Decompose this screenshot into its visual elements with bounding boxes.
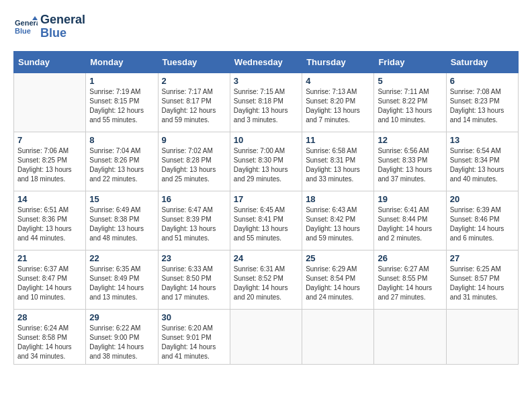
day-number: 19 — [378, 194, 442, 204]
calendar-cell: 21Sunrise: 6:37 AM Sunset: 8:47 PM Dayli… — [14, 250, 86, 309]
day-info: Sunrise: 7:11 AM Sunset: 8:22 PM Dayligh… — [378, 87, 442, 125]
day-info: Sunrise: 7:13 AM Sunset: 8:20 PM Dayligh… — [306, 87, 370, 125]
day-info: Sunrise: 6:35 AM Sunset: 8:49 PM Dayligh… — [89, 265, 154, 302]
week-row-1: 7Sunrise: 7:06 AM Sunset: 8:25 PM Daylig… — [14, 132, 519, 191]
weekday-header-sunday: Sunday — [14, 51, 86, 73]
calendar-cell: 29Sunrise: 6:22 AM Sunset: 9:00 PM Dayli… — [86, 309, 158, 364]
calendar-cell: 8Sunrise: 7:04 AM Sunset: 8:26 PM Daylig… — [86, 132, 158, 191]
calendar-cell: 15Sunrise: 6:49 AM Sunset: 8:38 PM Dayli… — [86, 191, 158, 250]
week-row-0: 1Sunrise: 7:19 AM Sunset: 8:15 PM Daylig… — [14, 73, 519, 132]
weekday-header-wednesday: Wednesday — [230, 51, 302, 73]
day-number: 18 — [306, 194, 370, 204]
svg-marker-2 — [32, 16, 38, 20]
day-info: Sunrise: 6:58 AM Sunset: 8:31 PM Dayligh… — [306, 146, 370, 184]
calendar-cell: 3Sunrise: 7:15 AM Sunset: 8:18 PM Daylig… — [230, 73, 302, 132]
calendar-cell: 2Sunrise: 7:17 AM Sunset: 8:17 PM Daylig… — [158, 73, 230, 132]
calendar-cell: 23Sunrise: 6:33 AM Sunset: 8:50 PM Dayli… — [158, 250, 230, 309]
calendar-cell: 13Sunrise: 6:54 AM Sunset: 8:34 PM Dayli… — [446, 132, 518, 191]
day-info: Sunrise: 6:39 AM Sunset: 8:46 PM Dayligh… — [450, 205, 515, 243]
day-number: 25 — [306, 253, 370, 263]
day-info: Sunrise: 7:06 AM Sunset: 8:25 PM Dayligh… — [17, 146, 82, 184]
day-info: Sunrise: 6:54 AM Sunset: 8:34 PM Dayligh… — [450, 146, 515, 184]
day-info: Sunrise: 6:24 AM Sunset: 8:58 PM Dayligh… — [17, 324, 82, 361]
weekday-header-friday: Friday — [374, 51, 446, 73]
day-number: 7 — [17, 135, 82, 145]
calendar-cell: 7Sunrise: 7:06 AM Sunset: 8:25 PM Daylig… — [14, 132, 86, 191]
calendar-cell: 11Sunrise: 6:58 AM Sunset: 8:31 PM Dayli… — [302, 132, 374, 191]
calendar-cell: 12Sunrise: 6:56 AM Sunset: 8:33 PM Dayli… — [374, 132, 446, 191]
calendar-cell: 24Sunrise: 6:31 AM Sunset: 8:52 PM Dayli… — [230, 250, 302, 309]
weekday-header-saturday: Saturday — [446, 51, 518, 73]
weekday-header-monday: Monday — [86, 51, 158, 73]
day-number: 13 — [450, 135, 515, 145]
day-info: Sunrise: 6:29 AM Sunset: 8:54 PM Dayligh… — [306, 265, 370, 302]
day-number: 20 — [450, 194, 515, 204]
calendar-cell: 30Sunrise: 6:20 AM Sunset: 9:01 PM Dayli… — [158, 309, 230, 364]
calendar-cell: 6Sunrise: 7:08 AM Sunset: 8:23 PM Daylig… — [446, 73, 518, 132]
calendar-table: SundayMondayTuesdayWednesdayThursdayFrid… — [13, 51, 519, 365]
day-info: Sunrise: 7:00 AM Sunset: 8:30 PM Dayligh… — [234, 146, 298, 184]
calendar-cell: 26Sunrise: 6:27 AM Sunset: 8:55 PM Dayli… — [374, 250, 446, 309]
day-info: Sunrise: 7:17 AM Sunset: 8:17 PM Dayligh… — [162, 87, 226, 125]
day-info: Sunrise: 6:43 AM Sunset: 8:42 PM Dayligh… — [306, 205, 370, 243]
day-number: 11 — [306, 135, 370, 145]
day-number: 8 — [89, 135, 154, 145]
week-row-4: 28Sunrise: 6:24 AM Sunset: 8:58 PM Dayli… — [14, 309, 519, 364]
day-number: 15 — [89, 194, 154, 204]
day-number: 27 — [450, 253, 515, 263]
day-number: 2 — [162, 76, 226, 86]
day-info: Sunrise: 6:51 AM Sunset: 8:36 PM Dayligh… — [17, 205, 82, 243]
calendar-cell: 28Sunrise: 6:24 AM Sunset: 8:58 PM Dayli… — [14, 309, 86, 364]
day-number: 22 — [89, 253, 154, 263]
day-number: 6 — [450, 76, 515, 86]
day-info: Sunrise: 7:04 AM Sunset: 8:26 PM Dayligh… — [89, 146, 154, 184]
calendar-cell: 18Sunrise: 6:43 AM Sunset: 8:42 PM Dayli… — [302, 191, 374, 250]
weekday-header-thursday: Thursday — [302, 51, 374, 73]
day-number: 16 — [162, 194, 226, 204]
svg-text:Blue: Blue — [15, 27, 31, 35]
calendar-cell: 17Sunrise: 6:45 AM Sunset: 8:41 PM Dayli… — [230, 191, 302, 250]
day-number: 21 — [17, 253, 82, 263]
day-number: 23 — [162, 253, 226, 263]
calendar-cell: 25Sunrise: 6:29 AM Sunset: 8:54 PM Dayli… — [302, 250, 374, 309]
day-info: Sunrise: 6:25 AM Sunset: 8:57 PM Dayligh… — [450, 265, 515, 302]
header: General Blue General Blue — [13, 13, 519, 40]
logo-icon: General Blue — [13, 15, 38, 39]
calendar-cell: 27Sunrise: 6:25 AM Sunset: 8:57 PM Dayli… — [446, 250, 518, 309]
day-number: 14 — [17, 194, 82, 204]
day-number: 26 — [378, 253, 442, 263]
day-info: Sunrise: 6:56 AM Sunset: 8:33 PM Dayligh… — [378, 146, 442, 184]
day-info: Sunrise: 7:19 AM Sunset: 8:15 PM Dayligh… — [89, 87, 154, 125]
day-number: 12 — [378, 135, 442, 145]
day-info: Sunrise: 7:08 AM Sunset: 8:23 PM Dayligh… — [450, 87, 515, 125]
calendar-cell: 5Sunrise: 7:11 AM Sunset: 8:22 PM Daylig… — [374, 73, 446, 132]
day-number: 4 — [306, 76, 370, 86]
calendar-cell: 19Sunrise: 6:41 AM Sunset: 8:44 PM Dayli… — [374, 191, 446, 250]
day-number: 29 — [89, 312, 154, 322]
logo-text: General Blue — [40, 13, 85, 40]
calendar-cell — [302, 309, 374, 364]
day-number: 30 — [162, 312, 226, 322]
calendar-cell: 1Sunrise: 7:19 AM Sunset: 8:15 PM Daylig… — [86, 73, 158, 132]
day-number: 3 — [234, 76, 298, 86]
calendar-cell: 14Sunrise: 6:51 AM Sunset: 8:36 PM Dayli… — [14, 191, 86, 250]
calendar-cell — [446, 309, 518, 364]
day-number: 17 — [234, 194, 298, 204]
day-info: Sunrise: 6:22 AM Sunset: 9:00 PM Dayligh… — [89, 324, 154, 361]
calendar-cell: 9Sunrise: 7:02 AM Sunset: 8:28 PM Daylig… — [158, 132, 230, 191]
calendar-cell: 4Sunrise: 7:13 AM Sunset: 8:20 PM Daylig… — [302, 73, 374, 132]
calendar-cell — [230, 309, 302, 364]
weekday-header-row: SundayMondayTuesdayWednesdayThursdayFrid… — [14, 51, 519, 73]
day-info: Sunrise: 6:33 AM Sunset: 8:50 PM Dayligh… — [162, 265, 226, 302]
day-info: Sunrise: 6:31 AM Sunset: 8:52 PM Dayligh… — [234, 265, 298, 302]
day-info: Sunrise: 6:20 AM Sunset: 9:01 PM Dayligh… — [162, 324, 226, 361]
day-info: Sunrise: 7:15 AM Sunset: 8:18 PM Dayligh… — [234, 87, 298, 125]
day-number: 28 — [17, 312, 82, 322]
logo: General Blue General Blue — [13, 13, 85, 40]
weekday-header-tuesday: Tuesday — [158, 51, 230, 73]
day-info: Sunrise: 6:49 AM Sunset: 8:38 PM Dayligh… — [89, 205, 154, 243]
day-info: Sunrise: 6:41 AM Sunset: 8:44 PM Dayligh… — [378, 205, 442, 243]
calendar-cell: 10Sunrise: 7:00 AM Sunset: 8:30 PM Dayli… — [230, 132, 302, 191]
calendar-cell — [374, 309, 446, 364]
day-number: 10 — [234, 135, 298, 145]
